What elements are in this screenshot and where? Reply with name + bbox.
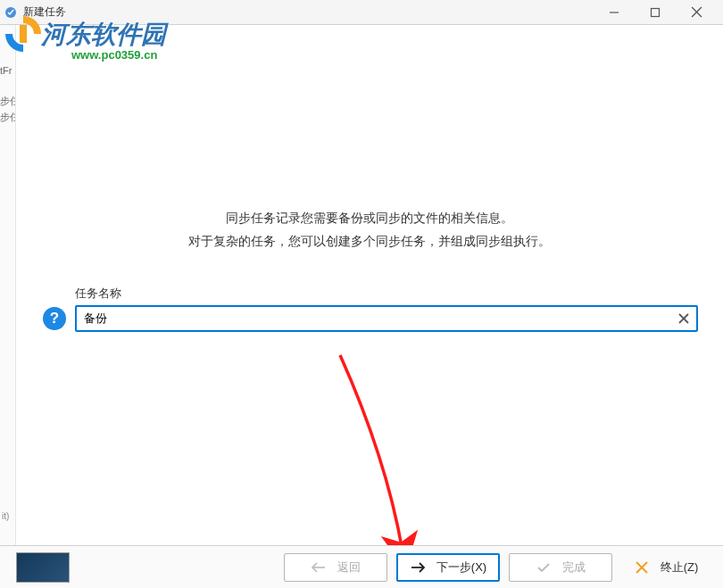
window-controls xyxy=(602,4,719,21)
strip-text: 步任 xyxy=(0,109,15,125)
annotation-arrow xyxy=(333,352,440,566)
back-button[interactable]: 返回 xyxy=(284,553,387,582)
maximize-button[interactable] xyxy=(643,4,668,21)
close-button[interactable] xyxy=(684,4,709,21)
footer-thumbnail xyxy=(16,552,70,583)
task-name-label: 任务名称 xyxy=(75,286,698,302)
clear-input-icon[interactable] xyxy=(675,310,693,327)
close-icon xyxy=(634,559,650,576)
terminate-button[interactable]: 终止(Z) xyxy=(621,553,711,582)
finish-label: 完成 xyxy=(562,559,586,576)
window-title: 新建任务 xyxy=(23,4,66,20)
task-name-row: ? 任务名称 xyxy=(43,286,698,332)
strip-text: it) xyxy=(2,511,9,521)
strip-text: 步任 xyxy=(0,93,15,109)
back-label: 返回 xyxy=(337,559,361,576)
next-label: 下一步(X) xyxy=(436,559,486,576)
titlebar: 新建任务 xyxy=(0,0,723,25)
intro-line: 对于复杂的任务，您可以创建多个同步任务，并组成同步组执行。 xyxy=(16,234,723,250)
left-strip: tFr 步任 步任 xyxy=(0,25,16,545)
check-icon xyxy=(536,562,552,573)
terminate-label: 终止(Z) xyxy=(661,559,699,576)
arrow-right-icon xyxy=(410,562,426,573)
finish-button[interactable]: 完成 xyxy=(509,553,612,582)
app-icon xyxy=(4,5,18,20)
wizard-footer: 返回 下一步(X) 完成 终止(Z) xyxy=(0,545,723,588)
help-icon[interactable]: ? xyxy=(43,307,66,330)
arrow-left-icon xyxy=(311,562,327,573)
wizard-content: 同步任务记录您需要备份或同步的文件的相关信息。 对于复杂的任务，您可以创建多个同… xyxy=(16,25,723,545)
strip-text: tFr xyxy=(0,62,15,79)
next-button[interactable]: 下一步(X) xyxy=(396,553,500,582)
minimize-button[interactable] xyxy=(602,4,627,21)
task-name-input[interactable] xyxy=(75,305,698,332)
intro-text: 同步任务记录您需要备份或同步的文件的相关信息。 对于复杂的任务，您可以创建多个同… xyxy=(16,25,723,250)
svg-rect-2 xyxy=(652,8,660,16)
intro-line: 同步任务记录您需要备份或同步的文件的相关信息。 xyxy=(16,211,723,227)
